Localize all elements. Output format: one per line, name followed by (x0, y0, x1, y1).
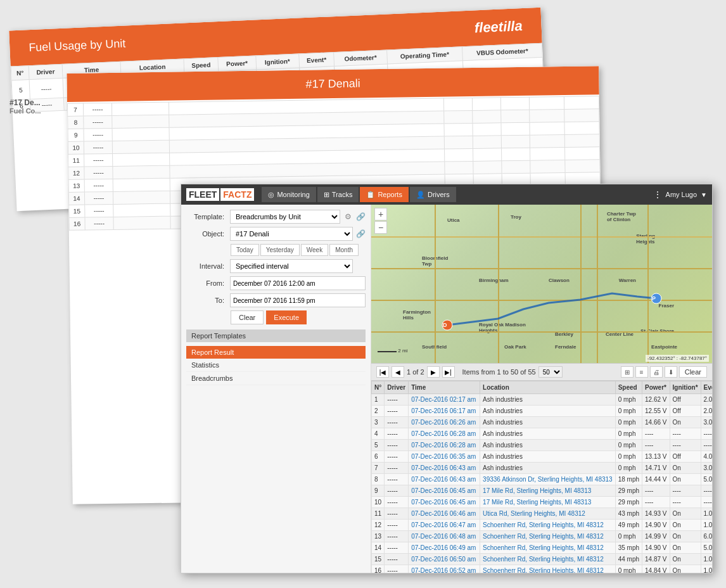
table-row: 6 ----- 07-Dec-2016 06:35 am Ash industr… (372, 451, 713, 463)
app-logo: FLEETFACTZ (186, 188, 254, 201)
th-speed: Speed (615, 381, 642, 394)
breadcrumbs-table: N° Driver Time Location Speed Power* Ign… (371, 381, 712, 573)
fleetilla-logo: fleetilla (474, 18, 523, 36)
col-power: Power* (218, 56, 256, 72)
table-header-row: N° Driver Time Location Speed Power* Ign… (372, 381, 713, 394)
col-n: N° (11, 66, 29, 80)
topbar-username: Amy Lugo (666, 191, 697, 198)
view-icon-btn1[interactable]: ⊞ (621, 366, 634, 378)
first-page-btn[interactable]: |◀ (376, 366, 389, 378)
report-templates-section[interactable]: Report Templates (186, 329, 366, 342)
from-label: From: (186, 279, 227, 287)
nav-reports[interactable]: 📋 Reports (360, 187, 409, 202)
table-row: 5 ----- 07-Dec-2016 06:28 am Ash industr… (372, 440, 713, 451)
logo-factz: FACTZ (220, 188, 254, 201)
svg-text:D: D (443, 322, 447, 328)
left-text-line2: Fuel Co... (10, 107, 41, 115)
template-row: Template: Breadcrumbs by Unit ⚙ 🔗 (186, 210, 366, 224)
execute-button[interactable]: Execute (266, 310, 307, 324)
nav-tracks[interactable]: ⊞ Tracks (317, 187, 359, 202)
map-coords: -92.432352° : -82.743787° (646, 355, 709, 362)
interval-label: Interval: (186, 262, 227, 270)
table-row: 13 ----- 07-Dec-2016 06:48 am Schoenherr… (372, 531, 713, 542)
map-scale: 2 mi (378, 348, 407, 354)
topbar-menu-dots[interactable]: ⋮ (653, 189, 662, 200)
nav-drivers[interactable]: 👤 Drivers (410, 187, 456, 202)
interval-row: Interval: Specified interval (186, 259, 366, 273)
col-speed: Speed (184, 58, 219, 73)
map-area: Utica Troy Charter Twpof Clinton Sterlin… (371, 205, 712, 363)
table-row: 14 ----- 07-Dec-2016 06:49 am Schoenherr… (372, 542, 713, 554)
pagination-icons: ⊞ ≡ 🖨 ⬇ Clear (621, 366, 707, 378)
table-row: 7 ----- 07-Dec-2016 06:43 am Ash industr… (372, 463, 713, 474)
denali-title: #17 Denali (305, 77, 360, 90)
statistics-item[interactable]: Statistics (186, 359, 366, 372)
th-driver: Driver (385, 381, 409, 394)
drivers-icon: 👤 (416, 191, 425, 199)
right-panel: Utica Troy Charter Twpof Clinton Sterlin… (371, 205, 712, 573)
monitoring-icon: ◎ (268, 191, 274, 199)
drivers-label: Drivers (428, 191, 450, 198)
fuel-report-title: Fuel Usage by Unit (29, 37, 126, 54)
table-row: 11 ----- 07-Dec-2016 06:46 am Utica Rd, … (372, 508, 713, 520)
th-n: N° (372, 381, 385, 394)
th-location: Location (480, 381, 616, 394)
to-label: To: (186, 297, 227, 304)
page-size-select[interactable]: 50 (538, 366, 563, 378)
table-row: 3 ----- 07-Dec-2016 06:26 am Ash industr… (372, 417, 713, 428)
object-label: Object: (186, 230, 227, 238)
map-background: Utica Troy Charter Twpof Clinton Sterlin… (371, 205, 712, 363)
reports-label: Reports (378, 191, 402, 198)
table-row: 4 ----- 07-Dec-2016 06:28 am Ash industr… (372, 428, 713, 440)
from-input[interactable] (230, 276, 366, 290)
zoom-out-btn[interactable]: − (374, 221, 387, 234)
th-time: Time (409, 381, 480, 394)
report-result-section[interactable]: Report Result (186, 346, 366, 359)
object-row: Object: #17 Denali 🔗 (186, 227, 366, 241)
app-topbar: FLEETFACTZ ◎ Monitoring ⊞ Tracks 📋 Repor… (181, 184, 712, 205)
left-sidebar-text: #17 De... Fuel Co... (10, 98, 41, 115)
download-icon-btn[interactable]: ⬇ (665, 366, 677, 378)
topbar-right: ⋮ Amy Lugo ▼ (653, 189, 707, 200)
route-svg: D P (371, 205, 712, 363)
yesterday-btn[interactable]: Yesterday (260, 244, 300, 256)
items-info: Items from 1 to 50 of 55 (462, 368, 536, 376)
table-row: 8 ----- 07-Dec-2016 06:43 am 39336 Atkin… (372, 474, 713, 485)
table-row: 1 ----- 07-Dec-2016 02:17 am Ash industr… (372, 394, 713, 406)
today-btn[interactable]: Today (231, 244, 259, 256)
nav-monitoring[interactable]: ◎ Monitoring (262, 187, 315, 202)
print-icon-btn[interactable]: 🖨 (650, 366, 663, 378)
object-link-icon[interactable]: 🔗 (355, 229, 366, 238)
pagination-bar: |◀ ◀ 1 of 2 ▶ ▶| Items from 1 to 50 of 5… (371, 363, 712, 381)
left-panel: Template: Breadcrumbs by Unit ⚙ 🔗 Object… (181, 205, 371, 573)
interval-select[interactable]: Specified interval (230, 259, 353, 273)
week-btn[interactable]: Week (301, 244, 328, 256)
pagination-clear-btn[interactable]: Clear (679, 366, 707, 378)
topbar-user-arrow[interactable]: ▼ (701, 191, 707, 198)
next-page-btn[interactable]: ▶ (427, 366, 440, 378)
last-page-btn[interactable]: ▶| (442, 366, 455, 378)
clear-button[interactable]: Clear (231, 310, 264, 324)
view-icon-btn2[interactable]: ≡ (635, 366, 648, 378)
date-buttons: Today Yesterday Week Month (231, 244, 366, 256)
to-row: To: (186, 293, 366, 307)
template-select[interactable]: Breadcrumbs by Unit (230, 210, 340, 224)
template-label: Template: (186, 213, 227, 220)
th-ignition: Ignition* (670, 381, 701, 394)
action-buttons: Clear Execute (231, 310, 366, 324)
monitoring-label: Monitoring (277, 191, 309, 198)
prev-page-btn[interactable]: ◀ (392, 366, 404, 378)
breadcrumbs-item[interactable]: Breadcrumbs (186, 372, 366, 385)
page-current: 1 of 2 (407, 368, 424, 376)
table-row: 9 ----- 07-Dec-2016 06:45 am 17 Mile Rd,… (372, 485, 713, 497)
object-select[interactable]: #17 Denali (230, 227, 353, 241)
table-row: 12 ----- 07-Dec-2016 06:47 am Schoenherr… (372, 520, 713, 531)
template-link-icon[interactable]: 🔗 (355, 212, 366, 221)
to-input[interactable] (230, 293, 366, 307)
tracks-label: Tracks (332, 191, 353, 198)
template-settings-icon[interactable]: ⚙ (343, 212, 353, 221)
tracks-icon: ⊞ (324, 191, 329, 199)
month-btn[interactable]: Month (329, 244, 359, 256)
col-ignition: Ignition* (255, 54, 299, 70)
zoom-in-btn[interactable]: + (374, 208, 387, 220)
